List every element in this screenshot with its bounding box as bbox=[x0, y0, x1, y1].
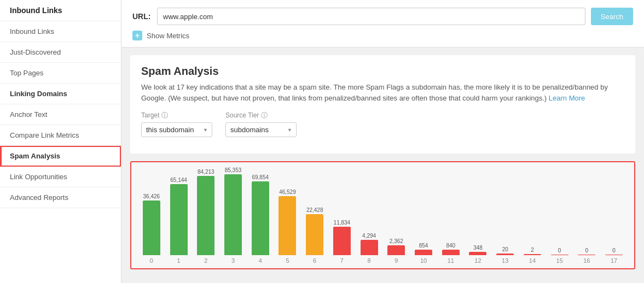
bar-rect bbox=[143, 201, 160, 255]
source-tier-select[interactable]: subdomainspagesdomains bbox=[225, 122, 297, 137]
sidebar-title: Inbound Links bbox=[0, 0, 121, 21]
bar-rect bbox=[605, 255, 623, 255]
bar-value: 0 bbox=[612, 247, 616, 253]
bar-value: 11,834 bbox=[334, 220, 351, 226]
bar-label: 14 bbox=[529, 257, 536, 264]
spam-section: Spam Analysis We look at 17 key indicati… bbox=[130, 55, 635, 154]
sidebar-item-compare-link-metrics[interactable]: Compare Link Metrics bbox=[0, 125, 121, 146]
show-metrics-icon[interactable]: + bbox=[132, 31, 142, 40]
bar-label: 3 bbox=[231, 257, 235, 264]
sidebar-item-top-pages[interactable]: Top Pages bbox=[0, 63, 121, 84]
bar-label: 0 bbox=[150, 257, 153, 264]
bar-rect bbox=[387, 245, 405, 255]
bar-group-9: 2,3629 bbox=[382, 238, 410, 264]
bar-value: 65,144 bbox=[170, 177, 187, 183]
bar-label: 12 bbox=[474, 257, 481, 264]
bar-rect bbox=[551, 255, 568, 255]
bar-group-2: 84,2132 bbox=[192, 169, 219, 264]
bar-rect bbox=[415, 250, 432, 255]
bar-group-3: 85,3533 bbox=[219, 167, 247, 264]
bar-rect bbox=[442, 250, 460, 255]
learn-more-link[interactable]: Learn More bbox=[549, 94, 585, 102]
bar-group-11: 84011 bbox=[437, 243, 465, 264]
url-input[interactable] bbox=[157, 8, 585, 25]
bar-label: 17 bbox=[611, 257, 617, 264]
bar-label: 1 bbox=[177, 257, 181, 264]
sidebar-item-advanced-reports[interactable]: Advanced Reports bbox=[0, 187, 121, 208]
bar-group-13: 2013 bbox=[491, 246, 519, 264]
target-label: Target ⓘ bbox=[141, 111, 212, 120]
bar-label: 7 bbox=[340, 257, 344, 264]
bar-group-0: 36,4260 bbox=[138, 193, 165, 264]
bar-group-4: 69,8544 bbox=[247, 174, 274, 264]
spam-chart: 36,426065,144184,213285,353369,854446,52… bbox=[138, 171, 628, 264]
bar-group-5: 46,5295 bbox=[274, 189, 301, 264]
bar-rect bbox=[306, 214, 323, 255]
bar-value: 0 bbox=[558, 247, 561, 253]
bar-value: 20 bbox=[502, 246, 508, 252]
bar-value: 46,529 bbox=[279, 189, 296, 195]
bar-value: 36,426 bbox=[143, 193, 160, 199]
sidebar-item-spam-analysis[interactable]: Spam Analysis bbox=[0, 146, 121, 167]
bar-value: 4,294 bbox=[362, 233, 376, 239]
show-metrics-label[interactable]: Show Metrics bbox=[147, 32, 189, 40]
bar-label: 10 bbox=[420, 257, 427, 264]
bar-rect bbox=[333, 227, 351, 255]
spam-title: Spam Analysis bbox=[141, 65, 624, 78]
sidebar-item-link-opportunities[interactable]: Link Opportunities bbox=[0, 167, 121, 187]
bar-value: 840 bbox=[446, 243, 455, 249]
spam-chart-wrapper: 36,426065,144184,213285,353369,854446,52… bbox=[130, 161, 635, 269]
bar-group-7: 11,8347 bbox=[328, 220, 356, 264]
bar-value: 69,854 bbox=[252, 174, 269, 180]
spam-description: We look at 17 key indications that a sit… bbox=[141, 82, 624, 103]
bar-label: 13 bbox=[502, 257, 508, 264]
bar-label: 9 bbox=[394, 257, 398, 264]
bar-label: 16 bbox=[583, 257, 590, 264]
target-filter: Target ⓘ this subdomainthis domainthis p… bbox=[141, 111, 212, 137]
source-tier-label: Source Tier ⓘ bbox=[225, 111, 297, 120]
bar-group-6: 22,4286 bbox=[301, 207, 328, 264]
bar-value: 0 bbox=[585, 247, 589, 253]
sidebar: Inbound Links Inbound LinksJust-Discover… bbox=[0, 0, 121, 283]
main-content: URL: Search + Show Metrics Spam Analysis… bbox=[121, 0, 644, 283]
sidebar-item-linking-domains[interactable]: Linking Domains bbox=[0, 84, 121, 104]
bar-rect bbox=[496, 253, 514, 255]
sidebar-item-anchor-text[interactable]: Anchor Text bbox=[0, 104, 121, 125]
bar-rect bbox=[469, 252, 486, 255]
bar-value: 85,353 bbox=[225, 167, 242, 173]
url-bar-area: URL: Search + Show Metrics bbox=[121, 0, 644, 48]
target-select[interactable]: this subdomainthis domainthis page bbox=[141, 122, 212, 137]
bar-rect bbox=[170, 184, 188, 255]
bar-label: 6 bbox=[313, 257, 316, 264]
bar-rect bbox=[224, 174, 242, 255]
bar-group-14: 214 bbox=[519, 247, 546, 264]
bar-label: 8 bbox=[368, 257, 371, 264]
bar-label: 4 bbox=[259, 257, 262, 264]
bar-label: 11 bbox=[448, 257, 454, 264]
sidebar-item-inbound-links[interactable]: Inbound Links bbox=[0, 21, 121, 42]
bar-value: 854 bbox=[419, 243, 428, 249]
bar-value: 22,428 bbox=[306, 207, 323, 213]
url-label: URL: bbox=[132, 12, 152, 21]
bar-rect bbox=[197, 176, 214, 255]
bar-rect bbox=[361, 240, 378, 255]
bar-group-17: 017 bbox=[600, 247, 628, 264]
bar-value: 2,362 bbox=[390, 238, 403, 244]
bar-group-8: 4,2948 bbox=[356, 233, 383, 264]
bar-rect bbox=[578, 255, 595, 255]
bar-group-1: 65,1441 bbox=[165, 177, 193, 264]
bar-label: 5 bbox=[286, 257, 289, 264]
bar-label: 15 bbox=[556, 257, 563, 264]
filters-row: Target ⓘ this subdomainthis domainthis p… bbox=[141, 111, 624, 137]
bar-value: 84,213 bbox=[198, 169, 214, 175]
bar-group-10: 85410 bbox=[410, 243, 437, 264]
bar-value: 2 bbox=[531, 247, 534, 253]
bar-group-15: 015 bbox=[546, 247, 573, 264]
source-tier-filter: Source Tier ⓘ subdomainspagesdomains bbox=[225, 111, 297, 137]
bar-group-16: 016 bbox=[573, 247, 601, 264]
search-button[interactable]: Search bbox=[591, 8, 633, 25]
bar-rect bbox=[524, 254, 541, 255]
bar-rect bbox=[279, 196, 296, 255]
bar-group-12: 34812 bbox=[465, 245, 492, 264]
sidebar-item-just-discovered[interactable]: Just-Discovered bbox=[0, 42, 121, 63]
